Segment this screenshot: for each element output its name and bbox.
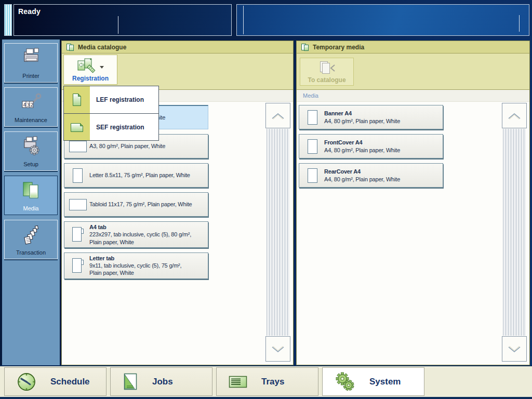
menu-item-lef-registration[interactable]: LEF registration	[64, 86, 158, 113]
media-catalogue-toolbar: Registration	[62, 54, 293, 90]
svg-text:2: 2	[30, 102, 33, 108]
scroll-up-button[interactable]	[502, 103, 527, 128]
status-panel-divider	[519, 15, 520, 32]
media-item-desc2: Plain paper, White	[89, 269, 206, 276]
gears-icon	[334, 372, 356, 392]
page-portrait-icon	[301, 109, 324, 126]
counter-wrench-icon: 4 3 2	[20, 88, 43, 117]
media-item-letter-tab[interactable]: Letter tab 9x11, tab inclusive, cyclic (…	[64, 252, 208, 279]
printer-icon	[20, 44, 43, 73]
status-panel-divider	[118, 16, 118, 34]
temporary-media-toolbar: To catalogue	[297, 54, 529, 90]
temporary-media-scrollbar	[502, 103, 527, 362]
media-item-tabloid[interactable]: Tabloid 11x17, 75 g/m², Plain paper, Whi…	[64, 192, 208, 217]
sidebar-item-printer[interactable]: Printer	[4, 43, 58, 83]
media-item-name: Letter tab	[89, 255, 206, 262]
tab-trays[interactable]: Trays	[216, 367, 318, 396]
media-item-desc2: Plain paper, White	[89, 238, 206, 246]
status-text: Ready	[18, 7, 41, 16]
sidebar-item-label: Transaction	[16, 249, 46, 256]
temporary-media-list: Banner A4 A4, 80 g/m², Plain paper, Whit…	[299, 105, 443, 192]
page-landscape-icon	[64, 114, 90, 140]
media-catalogue-header: Media catalogue	[62, 41, 293, 54]
secondary-status-panel	[236, 4, 529, 36]
temporary-media-header: Temporary media	[297, 41, 529, 54]
registration-button[interactable]: Registration	[63, 55, 117, 85]
media-item-banner-a4[interactable]: Banner A4 A4, 80 g/m², Plain paper, Whit…	[299, 105, 443, 129]
media-catalogue-panel: Media catalogue	[61, 41, 294, 365]
scrollbar-track[interactable]	[503, 129, 526, 336]
status-bar: Ready	[0, 0, 532, 39]
panel-title: Temporary media	[313, 44, 364, 51]
sidebar: Printer 4 3 2 Maintenance	[2, 39, 60, 365]
media-item-name: RearCover A4	[324, 168, 441, 175]
bottom-tab-bar: Schedule Jobs	[0, 365, 532, 399]
trays-icon	[228, 375, 248, 389]
chevron-down-icon	[269, 345, 287, 353]
menu-item-sef-registration[interactable]: SEF registration	[64, 113, 158, 140]
scrollbar-track[interactable]	[267, 129, 289, 336]
media-item-desc: 9x11, tab inclusive, cyclic (5), 75 g/m²…	[89, 262, 206, 269]
media-item-name: FrontCover A4	[324, 139, 441, 146]
jobs-icon	[122, 372, 139, 392]
media-section-header: Media	[297, 90, 529, 102]
sidebar-item-label: Setup	[23, 161, 38, 167]
media-item-desc: A4, 80 g/m², Plain paper, White	[324, 117, 441, 125]
media-catalogue-list-area: A4, 80 g/m², Plain paper, White A3, 80 g…	[62, 102, 293, 365]
media-item-rearcover-a4[interactable]: RearCover A4 A4, 80 g/m², Plain paper, W…	[299, 163, 443, 188]
scroll-down-button[interactable]	[265, 336, 290, 362]
media-item-letter[interactable]: Letter 8.5x11, 75 g/m², Plain paper, Whi…	[64, 163, 208, 188]
page-portrait-icon	[301, 138, 324, 155]
media-item-name: Banner A4	[324, 110, 441, 117]
tab-label: Jobs	[152, 377, 173, 387]
sidebar-item-media[interactable]: Media	[4, 176, 58, 215]
menu-item-label: LEF registration	[90, 86, 158, 113]
page-portrait-icon	[301, 167, 324, 184]
sidebar-item-setup[interactable]: Setup	[4, 131, 58, 171]
tab-label: Trays	[261, 377, 284, 387]
transaction-pages-icon	[20, 220, 43, 249]
sidebar-item-transaction[interactable]: Transaction	[4, 220, 58, 259]
chevron-down-icon	[506, 345, 523, 353]
scroll-down-button[interactable]	[502, 336, 527, 362]
pages-icon	[66, 43, 74, 51]
chevron-up-icon	[269, 112, 287, 120]
panel-title: Media catalogue	[78, 44, 126, 51]
chevron-up-icon	[506, 112, 523, 120]
tab-jobs[interactable]: Jobs	[110, 367, 212, 396]
page-tab-icon	[66, 225, 89, 243]
media-catalogue-scrollbar	[265, 103, 290, 362]
section-label: Media	[303, 92, 318, 99]
media-item-frontcover-a4[interactable]: FrontCover A4 A4, 80 g/m², Plain paper, …	[299, 134, 443, 158]
page-portrait-icon	[66, 167, 89, 184]
menu-item-label: SEF registration	[90, 114, 158, 140]
svg-text:3: 3	[26, 102, 30, 108]
media-pages-icon	[21, 176, 41, 205]
to-catalogue-button[interactable]: To catalogue	[300, 58, 354, 86]
sidebar-item-label: Printer	[22, 73, 39, 79]
clock-icon	[16, 371, 37, 392]
sidebar-item-label: Media	[23, 205, 39, 211]
brand-stripes-icon	[4, 4, 12, 36]
sidebar-item-label: Maintenance	[15, 117, 47, 123]
registration-menu: LEF registration SEF registration	[63, 86, 159, 141]
tab-system[interactable]: System	[322, 367, 424, 396]
media-item-desc: Letter 8.5x11, 75 g/m², Plain paper, Whi…	[89, 172, 190, 178]
tab-label: System	[369, 377, 401, 387]
media-item-desc: Tabloid 11x17, 75 g/m², Plain paper, Whi…	[89, 201, 192, 207]
sidebar-item-maintenance[interactable]: 4 3 2 Maintenance	[4, 87, 58, 127]
svg-text:4: 4	[23, 102, 26, 108]
chevron-down-icon	[100, 66, 104, 69]
status-panel-divider	[243, 6, 244, 34]
page-tab-icon	[66, 257, 89, 274]
media-item-name: A4 tab	[89, 223, 206, 231]
media-item-desc: A3, 80 g/m², Plain paper, White	[89, 143, 165, 149]
media-item-a4-tab[interactable]: A4 tab 223x297, tab inclusive, cyclic (5…	[64, 221, 208, 248]
scroll-up-button[interactable]	[265, 103, 290, 128]
printer-controller-screen: Ready Printer	[0, 0, 532, 399]
tab-schedule[interactable]: Schedule	[4, 367, 107, 396]
media-item-desc: 223x297, tab inclusive, cyclic (5), 80 g…	[89, 231, 206, 238]
printer-gear-icon	[20, 132, 43, 161]
page-landscape-icon	[66, 139, 89, 154]
printer-status-panel: Ready	[14, 4, 232, 36]
